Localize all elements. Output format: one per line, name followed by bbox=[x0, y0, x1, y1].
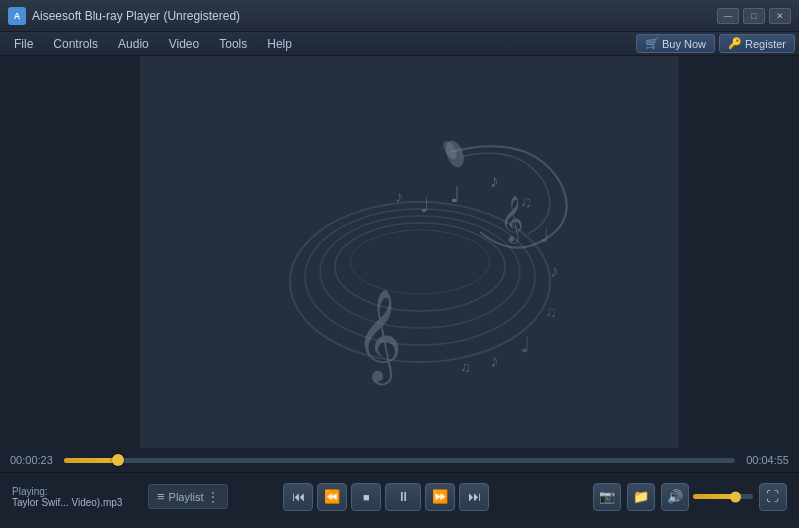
register-icon: 🔑 bbox=[728, 37, 742, 50]
playlist-label: Playlist bbox=[169, 491, 204, 503]
register-label: Register bbox=[745, 38, 786, 50]
fullscreen-icon: ⛶ bbox=[766, 489, 779, 504]
app-title: Aiseesoft Blu-ray Player (Unregistered) bbox=[32, 9, 717, 23]
stop-button[interactable]: ■ bbox=[351, 483, 381, 511]
volume-fill bbox=[693, 494, 735, 499]
volume-icon: 🔊 bbox=[667, 489, 683, 504]
controls-bar: Playing: Taylor Swif... Video).mp3 ≡ Pla… bbox=[0, 472, 799, 520]
cart-icon: 🛒 bbox=[645, 37, 659, 50]
app-icon: A bbox=[8, 7, 26, 25]
window-controls: — □ ✕ bbox=[717, 8, 791, 24]
folder-icon: 📁 bbox=[633, 489, 649, 504]
snapshot-icon: 📷 bbox=[599, 489, 615, 504]
playlist-button[interactable]: ≡ Playlist ⋮ bbox=[148, 484, 228, 509]
snapshot-button[interactable]: 📷 bbox=[593, 483, 621, 511]
skip-forward-icon: ⏭ bbox=[468, 489, 481, 504]
music-visualization: 𝄞 𝄞 ♩ ♪ ♫ ♩ ♪ ♫ ♩ ♪ ♫ ♩ ♪ bbox=[250, 102, 570, 402]
now-playing-info: Playing: Taylor Swif... Video).mp3 bbox=[12, 486, 142, 508]
transport-controls: ⏮ ⏪ ■ ⏸ ⏩ ⏭ bbox=[283, 483, 489, 511]
buy-now-button[interactable]: 🛒 Buy Now bbox=[636, 34, 715, 53]
fast-forward-icon: ⏩ bbox=[432, 489, 448, 504]
menu-audio[interactable]: Audio bbox=[108, 35, 159, 53]
volume-area: 🔊 bbox=[661, 483, 753, 511]
maximize-button[interactable]: □ bbox=[743, 8, 765, 24]
svg-text:♩: ♩ bbox=[540, 224, 549, 246]
menu-file[interactable]: File bbox=[4, 35, 43, 53]
playlist-list-icon: ⋮ bbox=[207, 490, 219, 504]
buy-now-label: Buy Now bbox=[662, 38, 706, 50]
svg-text:♩: ♩ bbox=[450, 182, 460, 207]
left-panel bbox=[0, 56, 140, 448]
close-button[interactable]: ✕ bbox=[769, 8, 791, 24]
svg-text:♩: ♩ bbox=[420, 194, 429, 216]
fullscreen-button[interactable]: ⛶ bbox=[759, 483, 787, 511]
svg-text:♫: ♫ bbox=[460, 360, 471, 375]
title-bar: A Aiseesoft Blu-ray Player (Unregistered… bbox=[0, 0, 799, 32]
total-time: 00:04:55 bbox=[743, 454, 789, 466]
right-controls: 📷 📁 🔊 ⛶ bbox=[593, 483, 787, 511]
menu-video[interactable]: Video bbox=[159, 35, 209, 53]
pause-icon: ⏸ bbox=[397, 489, 410, 504]
stop-icon: ■ bbox=[363, 491, 370, 503]
fast-forward-button[interactable]: ⏩ bbox=[425, 483, 455, 511]
menu-bar: File Controls Audio Video Tools Help 🛒 B… bbox=[0, 32, 799, 56]
skip-back-button[interactable]: ⏮ bbox=[283, 483, 313, 511]
menu-tools[interactable]: Tools bbox=[209, 35, 257, 53]
volume-button[interactable]: 🔊 bbox=[661, 483, 689, 511]
svg-text:♪: ♪ bbox=[550, 261, 559, 281]
minimize-button[interactable]: — bbox=[717, 8, 739, 24]
pause-button[interactable]: ⏸ bbox=[385, 483, 421, 511]
menu-help[interactable]: Help bbox=[257, 35, 302, 53]
progress-area: 00:00:23 00:04:55 bbox=[0, 448, 799, 472]
svg-text:♪: ♪ bbox=[490, 171, 499, 191]
svg-text:♪: ♪ bbox=[395, 188, 403, 205]
rewind-button[interactable]: ⏪ bbox=[317, 483, 347, 511]
progress-track[interactable] bbox=[64, 458, 735, 463]
playing-label: Playing: bbox=[12, 486, 142, 497]
main-area: 𝄞 𝄞 ♩ ♪ ♫ ♩ ♪ ♫ ♩ ♪ ♫ ♩ ♪ bbox=[0, 56, 799, 448]
volume-track[interactable] bbox=[693, 494, 753, 499]
skip-back-icon: ⏮ bbox=[292, 489, 305, 504]
svg-point-4 bbox=[350, 230, 490, 294]
progress-thumb[interactable] bbox=[112, 454, 124, 466]
playing-filename: Taylor Swif... Video).mp3 bbox=[12, 497, 142, 508]
progress-fill bbox=[64, 458, 118, 463]
skip-forward-button[interactable]: ⏭ bbox=[459, 483, 489, 511]
right-panel bbox=[679, 56, 799, 448]
svg-text:𝄞: 𝄞 bbox=[355, 290, 402, 386]
video-area[interactable]: 𝄞 𝄞 ♩ ♪ ♫ ♩ ♪ ♫ ♩ ♪ ♫ ♩ ♪ bbox=[140, 56, 679, 448]
register-button[interactable]: 🔑 Register bbox=[719, 34, 795, 53]
rewind-icon: ⏪ bbox=[324, 489, 340, 504]
svg-text:♪: ♪ bbox=[490, 351, 499, 371]
svg-text:♩: ♩ bbox=[520, 332, 530, 357]
svg-text:♫: ♫ bbox=[520, 193, 532, 210]
current-time: 00:00:23 bbox=[10, 454, 56, 466]
playlist-icon: ≡ bbox=[157, 489, 165, 504]
menu-right-actions: 🛒 Buy Now 🔑 Register bbox=[636, 34, 795, 53]
svg-text:♫: ♫ bbox=[545, 303, 557, 320]
menu-controls[interactable]: Controls bbox=[43, 35, 108, 53]
open-folder-button[interactable]: 📁 bbox=[627, 483, 655, 511]
volume-thumb[interactable] bbox=[730, 491, 741, 502]
